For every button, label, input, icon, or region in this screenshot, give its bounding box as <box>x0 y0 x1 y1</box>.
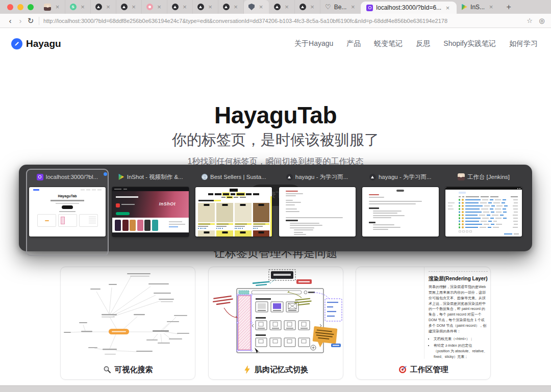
pinned-tab-vercel-4[interactable]: × <box>193 0 218 14</box>
close-tab-icon[interactable]: × <box>284 4 290 10</box>
note-panel: 渲染层(Rendering Layer) 简单的理解，渲染层通常指的是Web页面… <box>424 267 490 359</box>
magnifier-icon <box>103 365 111 374</box>
close-tab-icon[interactable]: × <box>105 4 112 10</box>
switcher-item-hayagu-2[interactable]: hayagu - 为学习而... <box>362 173 439 251</box>
vercel-triangle-icon <box>274 4 281 10</box>
pinned-tab-s[interactable]: × <box>65 0 91 14</box>
jenkins-avatar-icon <box>458 173 465 180</box>
tab-inshot[interactable]: InS... × <box>457 0 499 14</box>
tab-switcher-overlay: 免费下载 localhost:3000/?bl... HayaguTab <box>19 165 532 251</box>
note-heading: 渲染层(Rendering Layer) <box>429 271 488 282</box>
extension-target-icon[interactable]: ◎ <box>536 17 548 24</box>
divider <box>39 17 39 25</box>
switcher-item-title: localhost:3000/?bl... <box>46 174 98 180</box>
jenkins-avatar-icon <box>44 4 51 11</box>
pinned-tab-jenkins[interactable]: × <box>40 0 65 14</box>
main-nav: 关于Hayagu 产品 蜕变笔记 反思 Shopify实践笔记 如何学习 <box>294 39 538 48</box>
play-triangle-icon <box>118 174 124 180</box>
bookmark-star-icon[interactable]: ☆ <box>523 17 536 24</box>
switcher-item-hayagu-1[interactable]: hayagu - 为学习而... <box>279 173 356 251</box>
nav-shopify[interactable]: Shopify实践笔记 <box>443 39 496 48</box>
close-window-button[interactable] <box>7 4 13 10</box>
tab-localhost-active[interactable]: localhost:3000/?bId=6... × <box>361 2 457 14</box>
reload-button[interactable]: ↻ <box>26 16 36 25</box>
card-label: 肌肉记忆式切换 <box>255 365 308 375</box>
nav-product[interactable]: 产品 <box>346 39 361 48</box>
close-tab-icon[interactable]: × <box>488 4 494 10</box>
back-button[interactable]: ‹ <box>5 16 15 25</box>
shield-icon <box>248 4 255 10</box>
vercel-triangle-icon <box>197 4 204 10</box>
feature-card-muscle-memory: 肌肉记忆式切换 <box>208 267 343 380</box>
close-tab-icon[interactable]: × <box>444 5 451 11</box>
new-tab-button[interactable]: + <box>499 0 518 14</box>
green-s-icon <box>70 4 77 10</box>
pinned-tab-vercel-3[interactable]: × <box>167 0 193 14</box>
active-tab-dot <box>104 172 107 176</box>
tab-label: Be... <box>334 4 347 11</box>
pinned-tab-vercel-2[interactable]: × <box>116 0 142 14</box>
close-tab-icon[interactable]: × <box>182 4 188 10</box>
globe-icon <box>202 174 208 180</box>
close-tab-icon[interactable]: × <box>131 4 137 10</box>
switcher-item-inshot[interactable]: InShot - 视频制作 &... InShOt <box>112 173 189 251</box>
tab-best-sellers[interactable]: Be... × <box>320 0 361 14</box>
vercel-triangle-icon <box>95 4 102 10</box>
site-header: Hayagu 关于Hayagu 产品 蜕变笔记 反思 Shopify实践笔记 如… <box>0 32 551 56</box>
mini-cta-button <box>62 205 73 209</box>
pinned-tab-vercel-6[interactable]: × <box>269 0 295 14</box>
card-label: 可视化搜索 <box>115 365 153 375</box>
blank-canvas <box>356 267 424 359</box>
card-label: 工作区管理 <box>410 365 448 375</box>
vercel-triangle-icon <box>172 4 179 10</box>
traffic-lights <box>0 0 40 14</box>
close-tab-icon[interactable]: × <box>156 4 163 10</box>
close-tab-icon[interactable]: × <box>207 4 214 10</box>
close-tab-icon[interactable]: × <box>309 4 316 10</box>
switcher-item-title: hayagu - 为学习而... <box>379 173 432 181</box>
note-bullet: 文档根元素（<html>）； <box>434 336 488 342</box>
switcher-item-localhost[interactable]: localhost:3000/?bl... HayaguTab <box>29 173 106 251</box>
tab-label: localhost:3000/?bId=6... <box>376 4 441 11</box>
close-tab-icon[interactable]: × <box>258 4 264 10</box>
pink-app-icon <box>146 4 153 10</box>
close-tab-icon[interactable]: × <box>54 4 61 10</box>
vercel-triangle-icon <box>286 174 293 180</box>
pinned-tab-vercel-5[interactable]: × <box>218 0 244 14</box>
close-tab-icon[interactable]: × <box>80 4 86 10</box>
note-screenshot: 渲染层(Rendering Layer) 简单的理解，渲染层通常指的是Web页面… <box>356 267 490 359</box>
nav-learn[interactable]: 如何学习 <box>509 39 538 48</box>
nav-notes[interactable]: 蜕变笔记 <box>374 39 403 48</box>
purple-app-icon <box>37 174 43 180</box>
brand-logo[interactable]: Hayagu <box>11 38 61 49</box>
feature-card-visual-search: 可视化搜索 <box>60 267 195 380</box>
nav-reflect[interactable]: 反思 <box>416 39 430 48</box>
mini-inshot-word: InShOt <box>159 201 176 206</box>
mindmap-sketch <box>61 267 195 359</box>
pinned-tab-vercel-7[interactable]: × <box>295 0 320 14</box>
minimize-window-button[interactable] <box>17 4 23 10</box>
card-footer: 工作区管理 <box>356 359 490 380</box>
vercel-triangle-icon <box>121 4 128 10</box>
lightning-icon <box>243 365 251 374</box>
vercel-triangle-icon <box>223 4 230 10</box>
pinned-tab-vercel-1[interactable]: × <box>91 0 116 14</box>
close-tab-icon[interactable]: × <box>233 4 239 10</box>
card-footer: 可视化搜索 <box>61 359 195 380</box>
feature-card-workspace: 渲染层(Rendering Layer) 简单的理解，渲染层通常指的是Web页面… <box>356 267 491 380</box>
tab-label: InS... <box>470 4 485 11</box>
switcher-item-jenkins[interactable]: 工作台 [Jenkins] <box>445 173 522 251</box>
switcher-item-best-sellers[interactable]: Best Sellers | Susta... <box>195 173 272 251</box>
pinned-tab-pink[interactable]: × <box>142 0 167 14</box>
address-bar[interactable]: http://localhost:3000/?bId=68ddf8e256b0e… <box>43 18 523 24</box>
close-tab-icon[interactable]: × <box>349 4 356 10</box>
heart-icon <box>325 4 331 10</box>
nav-about[interactable]: 关于Hayagu <box>294 39 333 48</box>
forward-button[interactable]: › <box>15 16 26 25</box>
zoom-window-button[interactable] <box>28 4 34 10</box>
thumbnail-hayagu-note-2 <box>362 187 439 237</box>
tab-bar: × × × × × × × × × × × Be... × localhost:… <box>0 0 551 14</box>
pinned-tab-shield[interactable]: × <box>244 0 269 14</box>
pencil-logo-icon <box>11 38 22 49</box>
thumbnail-jenkins <box>445 187 522 237</box>
